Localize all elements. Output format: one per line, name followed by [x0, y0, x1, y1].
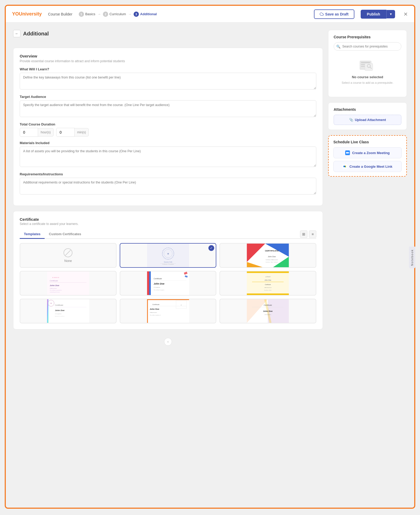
- cert-item-2[interactable]: CERTIFICATE John Doe Certificate of Achi…: [219, 243, 316, 268]
- duration-hours-input[interactable]: [20, 128, 38, 137]
- cert-title: Certificate: [20, 217, 316, 222]
- cert-item-1[interactable]: ✓ ★ Saurav Asib Certificate of Completio…: [120, 243, 217, 268]
- svg-text:✦: ✦: [181, 304, 182, 306]
- svg-rect-56: [147, 299, 148, 323]
- prerequisites-search-input[interactable]: [334, 42, 401, 51]
- svg-text:of Completion: of Completion: [55, 313, 61, 314]
- cert-preview-6: ★ Certificate John Doe of Completion Awa…: [20, 299, 116, 323]
- arrow-2: →: [128, 12, 132, 16]
- cert-item-7[interactable]: Certificate John Doe of Achievement This…: [120, 299, 217, 323]
- materials-input[interactable]: [20, 146, 316, 167]
- none-icon: [63, 248, 73, 258]
- cert-subtitle: Select a certificate to award your learn…: [20, 222, 316, 226]
- svg-rect-55: [147, 299, 189, 300]
- target-input[interactable]: [20, 100, 316, 117]
- svg-text:John Doe: John Doe: [154, 282, 164, 285]
- svg-text:Awarded for excellence: Awarded for excellence: [55, 316, 64, 317]
- cert-item-5[interactable]: ◎ Award John Doe Certificate of Achievem…: [219, 271, 316, 296]
- cert-svg-2: CERTIFICATE John Doe Certificate of Achi…: [220, 244, 316, 267]
- svg-text:Certificate: Certificate: [55, 304, 63, 306]
- svg-line-1: [65, 250, 71, 255]
- publish-dropdown-button[interactable]: ▼: [386, 10, 395, 18]
- svg-text:◎ Award: ◎ Award: [265, 276, 270, 277]
- cert-preview-4: Certificate John Doe of Completion This …: [120, 271, 216, 295]
- cert-grid-view-button[interactable]: ⊞: [300, 230, 307, 238]
- no-course-svg: [358, 59, 377, 73]
- svg-rect-26: [147, 271, 189, 295]
- logo: YOUniversity: [12, 11, 42, 17]
- close-button[interactable]: ✕: [403, 11, 408, 17]
- zoom-icon: [345, 150, 350, 155]
- step-label-1: Basics: [85, 12, 95, 16]
- back-button[interactable]: ←: [13, 30, 20, 37]
- cloud-icon: [320, 12, 324, 16]
- svg-text:John Doe: John Doe: [263, 310, 273, 312]
- cert-tabs: Templates Custom Certificates ⊞ ≡: [20, 230, 316, 239]
- section-header: ← Additional: [13, 30, 323, 37]
- cert-item-none[interactable]: None: [20, 243, 117, 268]
- cert-list-view-button[interactable]: ≡: [309, 230, 316, 238]
- save-draft-button[interactable]: Save as Draft: [314, 9, 354, 19]
- create-zoom-meeting-button[interactable]: Create a Zoom Meeting: [333, 147, 402, 158]
- svg-text:Certificate: Certificate: [152, 304, 160, 305]
- overview-card: Overview Provide essential course inform…: [13, 48, 323, 206]
- breadcrumb: 1 Basics → 2 Curriculum → 3 Additional: [79, 12, 157, 17]
- publish-button[interactable]: Publish: [361, 10, 387, 19]
- svg-text:This certificate is awarded fo: This certificate is awarded for: [50, 290, 62, 291]
- duration-mins-input[interactable]: [56, 128, 75, 137]
- cert-item-4[interactable]: Certificate John Doe of Completion This …: [120, 271, 217, 296]
- no-course-subtitle: Select a course to add as a prerequisite…: [342, 81, 393, 84]
- collapse-icon: ‹: [167, 340, 169, 344]
- svg-text:Certificate: Certificate: [264, 304, 272, 306]
- cert-none-preview: None: [20, 244, 116, 267]
- cert-none-label: None: [64, 259, 72, 263]
- cert-item-8[interactable]: Certificate John Doe of Completion: [219, 299, 316, 323]
- cert-preview-5: ◎ Award John Doe Certificate of Achievem…: [220, 271, 316, 295]
- svg-text:★: ★: [50, 302, 52, 304]
- tab-custom-certificates[interactable]: Custom Certificates: [45, 230, 85, 239]
- notebook-tab[interactable]: Notebook: [409, 246, 415, 268]
- requirements-field: Requirements/Instructions: [20, 172, 316, 196]
- svg-text:Certificate of Completion: Certificate of Completion: [162, 264, 174, 265]
- no-course-title: No course selected: [352, 75, 383, 79]
- svg-text:of Achievement: of Achievement: [264, 287, 272, 288]
- svg-text:of Completion: of Completion: [265, 314, 271, 315]
- breadcrumb-step-1: 1 Basics: [79, 12, 95, 17]
- what-learn-input[interactable]: [20, 73, 316, 90]
- svg-text:CERTIFICATE: CERTIFICATE: [265, 250, 279, 252]
- zoom-label: Create a Zoom Meeting: [352, 151, 390, 155]
- svg-text:This certifies completion of: This certifies completion of: [150, 315, 160, 316]
- collapse-button[interactable]: ‹: [164, 338, 172, 346]
- cert-item-3[interactable]: ✿ ✿ ✿ ✿ ✿ Certificate John Doe of Achiev…: [20, 271, 117, 296]
- overview-subtitle: Provide essential course information to …: [20, 59, 316, 63]
- page-title: Additional: [23, 31, 49, 37]
- gmeet-label: Create a Google Meet Link: [349, 165, 392, 169]
- arrow-1: →: [97, 12, 101, 16]
- svg-rect-46: [47, 299, 48, 323]
- right-panel: Course Prerequisites 🔍: [328, 30, 407, 177]
- logo-you: YOU: [12, 11, 22, 17]
- requirements-input[interactable]: [20, 178, 316, 195]
- svg-text:John Doe: John Doe: [264, 279, 271, 281]
- breadcrumb-step-3: 3 Additional: [134, 12, 157, 17]
- svg-rect-38: [247, 293, 289, 295]
- certificate-section: Certificate Select a certificate to awar…: [13, 211, 323, 329]
- svg-rect-27: [147, 271, 149, 295]
- upload-attachment-button[interactable]: 📎 Upload Attachment: [334, 115, 401, 125]
- cert-item-6[interactable]: ★ Certificate John Doe of Completion Awa…: [20, 299, 117, 323]
- attachments-section: Attachments 📎 Upload Attachment: [328, 102, 407, 130]
- no-course-icon: [358, 59, 377, 73]
- svg-text:John Doe: John Doe: [55, 309, 65, 312]
- cert-view-icons: ⊞ ≡: [300, 230, 316, 238]
- svg-text:John Doe: John Doe: [150, 308, 159, 310]
- svg-rect-83: [344, 166, 345, 167]
- logo-niversity: niversity: [22, 11, 42, 17]
- create-google-meet-button[interactable]: Create a Google Meet Link: [333, 161, 402, 172]
- tab-templates[interactable]: Templates: [20, 230, 45, 239]
- attachments-title: Attachments: [334, 107, 401, 112]
- save-draft-label: Save as Draft: [325, 12, 349, 16]
- search-icon: 🔍: [336, 45, 340, 49]
- svg-rect-36: [247, 271, 289, 295]
- svg-text:This certificate recognizes: This certificate recognizes: [154, 290, 164, 291]
- no-course-container: No course selected Select a course to ad…: [334, 51, 401, 92]
